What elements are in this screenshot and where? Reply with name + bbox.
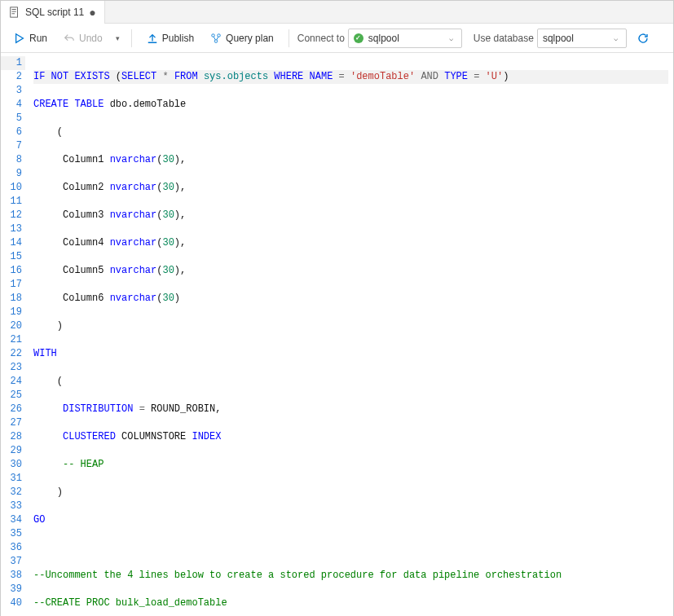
publish-button[interactable]: Publish	[140, 29, 200, 47]
use-database-value: sqlpool	[543, 33, 574, 44]
connect-to-label: Connect to	[297, 33, 345, 44]
undo-label: Undo	[79, 33, 103, 44]
query-plan-button[interactable]: Query plan	[204, 29, 280, 47]
undo-icon	[64, 33, 75, 44]
dirty-indicator-icon: ●	[89, 7, 95, 18]
use-database-label: Use database	[474, 33, 534, 44]
chevron-down-icon: ⌵	[610, 33, 621, 44]
sql-file-icon	[9, 7, 20, 18]
svg-point-2	[218, 33, 221, 37]
svg-point-1	[212, 33, 215, 37]
chevron-down-icon: ⌵	[446, 33, 456, 44]
separator	[289, 29, 289, 47]
svg-point-3	[214, 39, 218, 42]
query-plan-label: Query plan	[226, 33, 274, 44]
undo-button[interactable]: Undo	[57, 29, 109, 47]
status-connected-icon	[354, 33, 363, 43]
tab-sql-script[interactable]: SQL script 11 ●	[1, 1, 105, 24]
separator	[131, 29, 132, 47]
toolbar: Run Undo ▾ Publish Query plan Connect to…	[1, 24, 673, 53]
run-button[interactable]: Run	[7, 29, 54, 47]
code-editor[interactable]: 1 234 567 8910 111213 141516 171819 2021…	[1, 53, 673, 616]
line-gutter: 1 234 567 8910 111213 141516 171819 2021…	[1, 56, 33, 616]
query-plan-icon	[210, 33, 222, 44]
connect-to-value: sqlpool	[368, 33, 399, 44]
code-content[interactable]: IF NOT EXISTS (SELECT * FROM sys.objects…	[33, 56, 673, 616]
undo-dropdown-caret[interactable]: ▾	[112, 33, 123, 44]
svg-rect-0	[11, 7, 18, 16]
run-label: Run	[29, 33, 47, 44]
publish-label: Publish	[162, 33, 194, 44]
tab-title: SQL script 11	[25, 7, 84, 18]
tab-bar: SQL script 11 ●	[1, 1, 673, 24]
refresh-button[interactable]	[637, 32, 650, 45]
play-icon	[14, 33, 25, 44]
publish-icon	[147, 33, 158, 44]
connect-to-dropdown[interactable]: sqlpool ⌵	[348, 29, 462, 48]
use-database-dropdown[interactable]: sqlpool ⌵	[537, 29, 627, 48]
